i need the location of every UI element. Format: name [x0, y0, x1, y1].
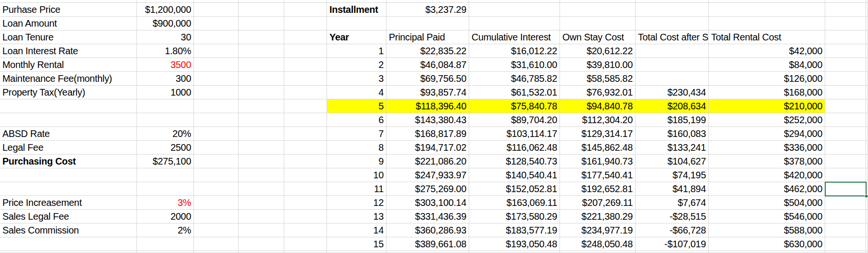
cell-J1[interactable] [636, 3, 709, 17]
cell-A11[interactable]: Legal Fee [0, 141, 137, 155]
cell-K3[interactable]: Total Rental Cost [709, 30, 825, 44]
cell-D11[interactable] [239, 141, 284, 155]
cell-I1[interactable] [560, 3, 636, 17]
cell-B14[interactable] [137, 182, 194, 196]
cell-D10[interactable] [239, 127, 284, 141]
cell-M17[interactable] [866, 224, 868, 237]
cell-C10[interactable] [194, 127, 239, 141]
cell-C14[interactable] [194, 182, 239, 196]
cell-E13[interactable] [284, 168, 327, 182]
cell-I4[interactable]: $20,612.22 [560, 44, 636, 58]
cell-B4[interactable]: 1.80% [137, 44, 194, 58]
cell-E9[interactable] [284, 113, 327, 127]
cell-A13[interactable] [0, 168, 137, 182]
cell-D18[interactable] [239, 237, 284, 251]
cell-I8[interactable]: $94,840.78 [560, 99, 636, 113]
cell-C9[interactable] [194, 113, 239, 127]
cell-F3[interactable]: Year [327, 30, 386, 44]
cell-H17[interactable]: $183,577.19 [469, 224, 560, 237]
cell-J2[interactable] [636, 17, 709, 30]
cell-E12[interactable] [284, 155, 327, 168]
cell-G11[interactable]: $194,717.02 [386, 141, 469, 155]
cell-L9[interactable] [825, 113, 866, 127]
cell-I14[interactable]: $192,652.81 [560, 182, 636, 196]
cell-D16[interactable] [239, 210, 284, 224]
cell-A3[interactable]: Loan Tenure [0, 30, 137, 44]
cell-G3[interactable]: Principal Paid [386, 30, 469, 44]
cell-A10[interactable]: ABSD Rate [0, 127, 137, 141]
cell-G4[interactable]: $22,835.22 [386, 44, 469, 58]
cell-M15[interactable] [866, 196, 868, 210]
cell-B2[interactable]: $900,000 [137, 17, 194, 30]
cell-G8[interactable]: $118,396.40 [386, 99, 469, 113]
cell-C11[interactable] [194, 141, 239, 155]
cell-G14[interactable]: $275,269.00 [386, 182, 469, 196]
cell-H7[interactable]: $61,532.01 [469, 86, 560, 99]
cell-M4[interactable] [866, 44, 868, 58]
cell-I2[interactable] [560, 17, 636, 30]
cell-F4[interactable]: 1 [327, 44, 386, 58]
cell-G15[interactable]: $303,100.14 [386, 196, 469, 210]
cell-D6[interactable] [239, 72, 284, 86]
cell-L7[interactable] [825, 86, 866, 99]
cell-F16[interactable]: 13 [327, 210, 386, 224]
cell-J7[interactable]: $230,434 [636, 86, 709, 99]
cell-G6[interactable]: $69,756.50 [386, 72, 469, 86]
cell-H6[interactable]: $46,785.82 [469, 72, 560, 86]
cell-M18[interactable] [866, 237, 868, 251]
cell-J10[interactable]: $160,083 [636, 127, 709, 141]
cell-I17[interactable]: $234,977.19 [560, 224, 636, 237]
cell-J18[interactable]: -$107,019 [636, 237, 709, 251]
cell-H8[interactable]: $75,840.78 [469, 99, 560, 113]
cell-K6[interactable]: $126,000 [709, 72, 825, 86]
cell-C4[interactable] [194, 44, 239, 58]
cell-D4[interactable] [239, 44, 284, 58]
cell-C16[interactable] [194, 210, 239, 224]
cell-A14[interactable] [0, 182, 137, 196]
cell-B5[interactable]: 3500 [137, 58, 194, 72]
cell-B10[interactable]: 20% [137, 127, 194, 141]
cell-I15[interactable]: $207,269.11 [560, 196, 636, 210]
cell-G19[interactable] [386, 251, 469, 253]
cell-H9[interactable]: $89,704.20 [469, 113, 560, 127]
cell-G1[interactable]: $3,237.29 [386, 3, 469, 17]
cell-A5[interactable]: Monthly Rental [0, 58, 137, 72]
cell-B7[interactable]: 1000 [137, 86, 194, 99]
cell-E16[interactable] [284, 210, 327, 224]
cell-C3[interactable] [194, 30, 239, 44]
cell-K12[interactable]: $378,000 [709, 155, 825, 168]
cell-C15[interactable] [194, 196, 239, 210]
cell-J11[interactable]: $133,241 [636, 141, 709, 155]
cell-M10[interactable] [866, 127, 868, 141]
cell-A16[interactable]: Sales Legal Fee [0, 210, 137, 224]
cell-J17[interactable]: -$66,728 [636, 224, 709, 237]
cell-B18[interactable] [137, 237, 194, 251]
cell-E11[interactable] [284, 141, 327, 155]
cell-K16[interactable]: $546,000 [709, 210, 825, 224]
cell-C18[interactable] [194, 237, 239, 251]
cell-L11[interactable] [825, 141, 866, 155]
cell-L18[interactable] [825, 237, 866, 251]
cell-D12[interactable] [239, 155, 284, 168]
cell-K5[interactable]: $84,000 [709, 58, 825, 72]
cell-B3[interactable]: 30 [137, 30, 194, 44]
cell-B11[interactable]: 2500 [137, 141, 194, 155]
cell-H18[interactable]: $193,050.48 [469, 237, 560, 251]
cell-J6[interactable] [636, 72, 709, 86]
cell-D9[interactable] [239, 113, 284, 127]
cell-A4[interactable]: Loan Interest Rate [0, 44, 137, 58]
cell-J16[interactable]: -$28,515 [636, 210, 709, 224]
cell-F7[interactable]: 4 [327, 86, 386, 99]
cell-L16[interactable] [825, 210, 866, 224]
cell-J3[interactable]: Total Cost after Sale [636, 30, 709, 44]
cell-D7[interactable] [239, 86, 284, 99]
cell-K4[interactable]: $42,000 [709, 44, 825, 58]
cell-G10[interactable]: $168,817.89 [386, 127, 469, 141]
cell-H1[interactable] [469, 3, 560, 17]
cell-J14[interactable]: $41,894 [636, 182, 709, 196]
cell-I12[interactable]: $161,940.73 [560, 155, 636, 168]
cell-E15[interactable] [284, 196, 327, 210]
cell-I9[interactable]: $112,304.20 [560, 113, 636, 127]
cell-B6[interactable]: 300 [137, 72, 194, 86]
cell-M6[interactable] [866, 72, 868, 86]
